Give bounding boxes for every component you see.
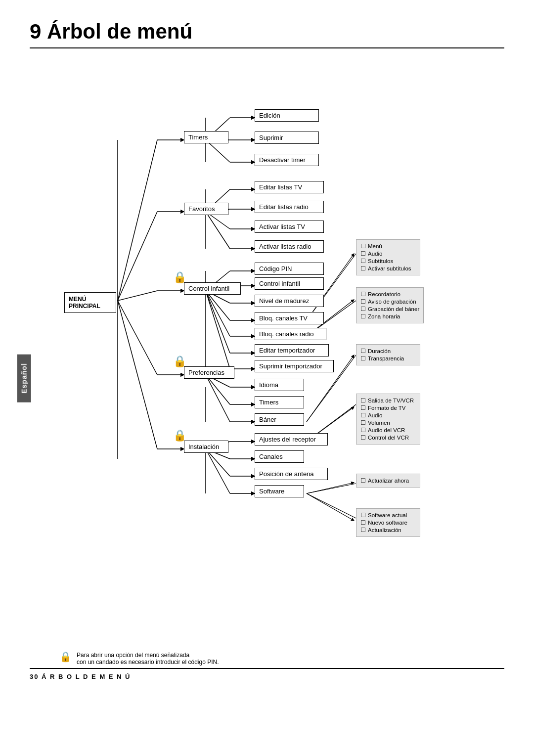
control-infantil-node: Control infantil — [184, 282, 241, 295]
cb-recordatorio: Recordatorio — [360, 291, 419, 298]
svg-line-19 — [206, 291, 230, 336]
svg-line-24 — [206, 375, 230, 404]
cb-audio-vcr: Audio del VCR — [360, 427, 416, 434]
page-footer: 30 Á R B O L D E M E N Ú — [30, 668, 504, 680]
cb-nuevo-software: Nuevo software — [360, 519, 416, 526]
footer-note-line2: con un candado es necesario introducir e… — [77, 659, 219, 666]
cb-group-3: Duración Transparencia — [356, 344, 420, 365]
software-node: Software — [255, 485, 304, 497]
cb-menu: Menú — [360, 243, 416, 250]
baner-node: Báner — [255, 413, 304, 426]
svg-line-36 — [307, 484, 356, 493]
cb-zona-horaria: Zona horaria — [360, 313, 419, 320]
svg-line-2 — [118, 291, 157, 301]
cb-grabacion-baner: Grabación del báner — [360, 306, 419, 312]
desactivar-timer-node: Desactivar timer — [255, 154, 319, 166]
cb-transparencia: Transparencia — [360, 355, 416, 362]
cb-formato-tv: Formato de TV — [360, 404, 416, 411]
cb-activar-subtitulos: Activar subtítulos — [360, 265, 416, 272]
cb-volumen: Volumen — [360, 419, 416, 426]
svg-line-30 — [206, 449, 230, 493]
svg-line-18 — [206, 291, 230, 320]
posicion-antena-node: Posición de antena — [255, 468, 328, 480]
activar-listas-radio-node: Activar listas radio — [255, 240, 324, 253]
cb-group-2: Recordatorio Aviso de grabación Grabació… — [356, 287, 424, 323]
editar-listas-radio-node: Editar listas radio — [255, 201, 324, 213]
lock-icon-footnote: 🔒 — [59, 651, 72, 663]
bloq-canales-tv-node: Bloq. canales TV — [255, 312, 324, 324]
timers-sub-node: Timers — [255, 396, 304, 408]
preferencias-node: Preferencias — [184, 366, 234, 379]
suprimir-node: Suprimir — [255, 132, 319, 144]
cb-audio: Audio — [360, 250, 416, 257]
cb-group-6: Software actual Nuevo software Actualiza… — [356, 508, 420, 537]
suprimir-temporizador-node: Suprimir temporizador — [255, 360, 334, 372]
svg-line-1 — [118, 212, 157, 301]
svg-line-21 — [206, 291, 230, 369]
cb-actualizar-ahora: Actualizar ahora — [360, 477, 416, 484]
favoritos-node: Favoritos — [184, 203, 228, 215]
editar-temporizador-node: Editar temporizador — [255, 344, 329, 356]
svg-line-25 — [206, 375, 230, 422]
cb-group-1: Menú Audio Subtítulos Activar subtítulos — [356, 239, 420, 275]
svg-line-69 — [307, 493, 354, 521]
menu-tree-diagram: MENÚPRINCIPAL Timers Favoritos 🔒 Control… — [30, 58, 504, 642]
cb-subtitulos: Subtítulos — [360, 258, 416, 265]
instalacion-node: Instalación — [184, 441, 228, 453]
cb-group-5: Actualizar ahora — [356, 474, 420, 488]
footer-note-line1: Para abrir una opción del menú señalizad… — [77, 652, 219, 659]
cb-group-4: Salida de TV/VCR Formato de TV Audio Vol… — [356, 394, 420, 445]
control-infantil-sub-node: Control infantil — [255, 277, 324, 290]
cb-aviso-grabacion: Aviso de grabación — [360, 298, 419, 305]
canales-node: Canales — [255, 450, 304, 463]
bloq-canales-radio-node: Bloq. canales radio — [255, 328, 326, 340]
edicion-node: Edición — [255, 109, 319, 122]
idioma-node: Idioma — [255, 379, 304, 391]
svg-line-37 — [307, 493, 356, 518]
svg-line-4 — [118, 301, 157, 449]
cb-duracion: Duración — [360, 348, 416, 355]
timers-node: Timers — [184, 131, 228, 143]
footer-note: 🔒 Para abrir una opción del menú señaliz… — [59, 652, 504, 666]
cb-actualizacion: Actualización — [360, 527, 416, 534]
editar-listas-tv-node: Editar listas TV — [255, 181, 324, 193]
nivel-madurez-node: Nivel de madurez — [255, 295, 324, 307]
cb-control-vcr: Control del VCR — [360, 434, 416, 441]
svg-line-68 — [307, 483, 354, 493]
cb-software-actual: Software actual — [360, 512, 416, 519]
svg-line-3 — [118, 301, 157, 375]
svg-line-20 — [206, 291, 230, 353]
cb-audio2: Audio — [360, 412, 416, 419]
activar-listas-tv-node: Activar listas TV — [255, 221, 324, 233]
cb-salida-tv-vcr: Salida de TV/VCR — [360, 397, 416, 404]
svg-line-0 — [118, 140, 157, 301]
svg-line-13 — [206, 212, 230, 249]
sidebar-language-label: Español — [17, 354, 31, 402]
page-title: 9 Árbol de menú — [30, 20, 504, 48]
codigo-pin-node: Código PIN — [255, 263, 324, 275]
svg-line-29 — [206, 449, 230, 476]
main-menu-node: MENÚPRINCIPAL — [64, 292, 116, 313]
ajustes-receptor-node: Ajustes del receptor — [255, 433, 328, 445]
